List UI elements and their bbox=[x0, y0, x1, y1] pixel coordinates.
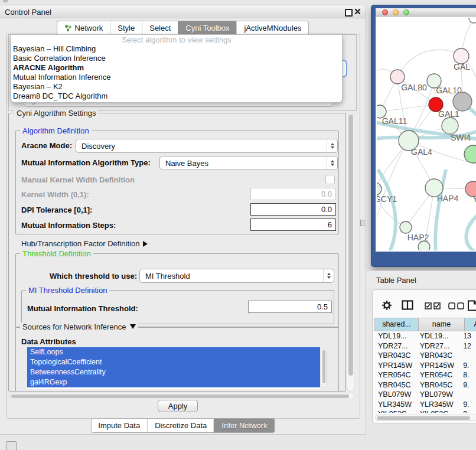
control-panel: Control Panel Network Style Select Cyni … bbox=[0, 5, 366, 435]
split-pane-grip[interactable] bbox=[360, 220, 364, 226]
tab-impute-data[interactable]: Impute Data bbox=[91, 419, 147, 432]
scrollbar-thumb[interactable] bbox=[348, 115, 353, 376]
select-all-checkboxes-icon[interactable] bbox=[425, 302, 441, 309]
scrollbar-thumb[interactable] bbox=[322, 350, 325, 383]
table-cell: YBR043C bbox=[374, 351, 416, 360]
column-header[interactable]: name bbox=[419, 318, 465, 331]
algorithm-option[interactable]: Basic Correlation Inference bbox=[11, 54, 342, 63]
network-node[interactable] bbox=[390, 70, 405, 84]
network-view-window[interactable]: GALGAL80GAL10GAL1GAL11SWI4GAL4GCY1HAP4YH… bbox=[376, 8, 476, 252]
table-row[interactable]: YLR345WYLR345W9. bbox=[374, 400, 476, 410]
hub-definition-label: Hub/Transcription Factor Definition bbox=[21, 239, 139, 248]
dpi-tolerance-label: DPI Tolerance [0,1]: bbox=[21, 206, 92, 214]
settings-group-title: Cyni Algorithm Settings bbox=[14, 109, 98, 118]
combo-arrows-icon bbox=[327, 139, 337, 152]
algorithm-option[interactable]: Bayesian – Hill Climbing bbox=[11, 44, 342, 54]
network-icon bbox=[64, 24, 72, 32]
minimize-traffic-light[interactable] bbox=[393, 9, 399, 15]
tab-network[interactable]: Network bbox=[57, 21, 110, 35]
table-row[interactable]: YBL079WYBL079W bbox=[374, 390, 476, 400]
settings-vertical-scrollbar[interactable] bbox=[347, 113, 354, 392]
settings-horizontal-scrollbar[interactable] bbox=[9, 393, 354, 399]
attribute-list-item[interactable]: gal4RGexp bbox=[27, 377, 320, 387]
gear-icon[interactable] bbox=[382, 300, 392, 311]
network-canvas[interactable]: GALGAL80GAL10GAL1GAL11SWI4GAL4GCY1HAP4YH… bbox=[377, 18, 476, 250]
network-node-label: GAL4 bbox=[411, 147, 432, 156]
tab-label: Cyni Toolbox bbox=[185, 24, 229, 32]
table-row[interactable]: YDL19...YDL19...13 bbox=[374, 331, 476, 341]
algorithm-dropdown-popup: Select algorithm to view settings Bayesi… bbox=[11, 34, 343, 103]
close-traffic-light[interactable] bbox=[382, 9, 388, 15]
hub-definition-toggle[interactable]: Hub/Transcription Factor Definition bbox=[21, 239, 148, 248]
network-node[interactable] bbox=[418, 241, 430, 250]
mi-algorithm-type-combo[interactable]: Naive Bayes bbox=[159, 156, 338, 170]
table-cell: 9. bbox=[459, 400, 476, 409]
table-cell: YDR27... bbox=[416, 342, 459, 350]
mi-threshold-field[interactable]: 0.5 bbox=[248, 301, 332, 313]
table-row[interactable]: YDR27...YDR27...12 bbox=[374, 341, 476, 351]
tab-select[interactable]: Select bbox=[142, 21, 178, 35]
table-row[interactable]: YER054CYER054C8. bbox=[374, 370, 476, 380]
algorithm-popup-list: Bayesian – Hill ClimbingBasic Correlatio… bbox=[11, 44, 342, 101]
attributes-list-scrollbar[interactable] bbox=[321, 348, 327, 387]
tab-cyni-toolbox[interactable]: Cyni Toolbox bbox=[178, 21, 236, 35]
float-window-icon[interactable] bbox=[345, 9, 353, 17]
expanded-arrow-icon bbox=[130, 324, 136, 329]
table-cell: YBR045C bbox=[374, 381, 416, 389]
aracne-mode-combo[interactable]: Discovery bbox=[76, 139, 338, 153]
network-node[interactable] bbox=[377, 182, 382, 195]
network-node[interactable] bbox=[464, 145, 476, 163]
scrollbar-thumb[interactable] bbox=[377, 416, 470, 420]
algorithm-option[interactable]: ARACNE Algorithm bbox=[11, 63, 342, 73]
column-header[interactable]: shared... bbox=[374, 318, 419, 331]
zoom-traffic-light[interactable] bbox=[403, 9, 409, 15]
manual-kernel-checkbox[interactable] bbox=[325, 175, 335, 184]
attribute-list-item[interactable]: TopologicalCoefficient bbox=[27, 357, 320, 367]
table-cell: YLR345W bbox=[374, 400, 416, 409]
table-cell: YBL079W bbox=[374, 390, 416, 399]
attribute-list-item[interactable]: BetweennessCentrality bbox=[27, 367, 320, 377]
deselect-all-checkboxes-icon[interactable] bbox=[448, 302, 465, 309]
network-node[interactable] bbox=[442, 118, 458, 134]
tab-style[interactable]: Style bbox=[110, 21, 142, 35]
show-columns-icon[interactable] bbox=[402, 300, 413, 310]
tab-jactivemnodules[interactable]: jActiveMNodules bbox=[237, 21, 309, 35]
which-threshold-combo[interactable]: MI Threshold bbox=[139, 269, 334, 283]
dpi-tolerance-field[interactable]: 0.0 bbox=[250, 203, 336, 216]
network-node[interactable] bbox=[400, 221, 412, 233]
tab-discretize-data[interactable]: Discretize Data bbox=[147, 419, 214, 432]
network-node[interactable] bbox=[469, 18, 476, 23]
network-node-label: GAL11 bbox=[382, 116, 407, 126]
table-row[interactable]: YIL052CYIL052C9. bbox=[374, 409, 476, 413]
table-row[interactable]: YPR145WYPR145W9. bbox=[374, 361, 476, 371]
scrollbar-thumb[interactable] bbox=[11, 394, 349, 398]
tab-label: Infer Network bbox=[221, 421, 267, 430]
combo-arrows-icon bbox=[323, 269, 334, 282]
minimized-panel-icon[interactable] bbox=[6, 441, 17, 450]
mi-steps-field[interactable]: 6 bbox=[250, 219, 336, 231]
data-attributes-list[interactable]: SelfLoopsTopologicalCoefficientBetweenne… bbox=[27, 347, 320, 389]
mi-threshold-definition-title: MI Threshold Definition bbox=[26, 286, 109, 295]
network-window-titlebar[interactable] bbox=[376, 8, 476, 17]
apply-button[interactable]: Apply bbox=[158, 400, 198, 412]
algorithm-option[interactable]: Dream8 DC_TDC Algorithm bbox=[11, 92, 342, 101]
kernel-width-field[interactable]: 0.0 bbox=[250, 188, 336, 200]
export-table-icon[interactable] bbox=[467, 300, 476, 311]
algorithm-option[interactable]: Bayesian – K2 bbox=[11, 82, 342, 92]
table-row[interactable]: YBR045CYBR045C9. bbox=[374, 380, 476, 390]
column-header[interactable]: A bbox=[465, 318, 476, 331]
table-cell: YIL052C bbox=[374, 410, 416, 413]
table-cell: YPR145W bbox=[416, 361, 459, 370]
table-row[interactable]: YBR043CYBR043C bbox=[374, 351, 476, 361]
attribute-list-item[interactable]: SelfLoops bbox=[27, 347, 320, 357]
close-icon[interactable] bbox=[354, 8, 361, 15]
sources-toggle[interactable]: Sources for Network Inference bbox=[20, 322, 138, 331]
table-cell: 12 bbox=[459, 342, 476, 350]
network-node[interactable] bbox=[453, 92, 472, 111]
table-panel-title: Table Panel bbox=[376, 276, 416, 285]
table-horizontal-scrollbar[interactable] bbox=[375, 415, 476, 421]
mi-algorithm-type-value: Naive Bayes bbox=[160, 159, 327, 168]
algorithm-option[interactable]: Mutual Information Inference bbox=[11, 73, 342, 82]
tab-infer-network[interactable]: Infer Network bbox=[214, 419, 274, 432]
algorithm-prompt: Select algorithm to view settings bbox=[11, 35, 342, 44]
